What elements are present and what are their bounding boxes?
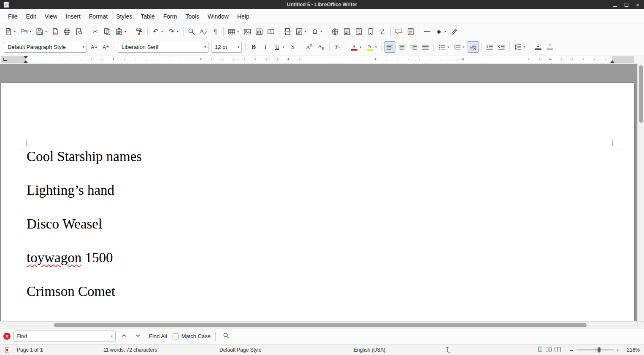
chevron-down-icon[interactable]: ▾ <box>204 45 206 49</box>
tab-stop-selector-icon[interactable] <box>3 58 7 61</box>
menu-window[interactable]: Window <box>203 11 233 22</box>
line-spacing-button[interactable]: ▾ <box>512 41 527 53</box>
font-name-combobox[interactable]: Liberation Serif▾ <box>118 42 208 53</box>
no-list-button[interactable] <box>468 41 479 53</box>
close-button[interactable]: × <box>635 1 641 8</box>
find-next-button[interactable] <box>133 332 143 341</box>
find-input[interactable] <box>16 333 109 339</box>
insert-image-button[interactable] <box>242 26 253 37</box>
zoom-slider-thumb[interactable] <box>598 347 601 352</box>
ruler[interactable]: 123456 <box>1 56 634 63</box>
undo-dropdown-icon[interactable]: ▾ <box>160 30 164 33</box>
insert-table-dropdown-icon[interactable]: ▾ <box>236 30 240 33</box>
print-button[interactable] <box>62 26 73 37</box>
formatting-marks-button[interactable]: ¶ <box>210 26 221 37</box>
bookmark-button[interactable] <box>365 26 376 37</box>
menu-format[interactable]: Format <box>85 11 112 22</box>
match-case-checkbox[interactable] <box>173 333 179 339</box>
menu-help[interactable]: Help <box>233 11 254 22</box>
insert-comment-button[interactable] <box>393 26 404 37</box>
misspelled-word[interactable]: toywagon <box>27 250 81 265</box>
zoom-slider[interactable] <box>576 347 614 353</box>
new-document-button[interactable]: ▾ <box>3 26 18 37</box>
multi-page-view-button[interactable] <box>545 346 552 353</box>
paragraph[interactable]: Crimson Comet <box>27 282 609 301</box>
find-all-button[interactable]: Find All <box>146 331 170 341</box>
chevron-down-icon[interactable]: ▾ <box>238 45 239 49</box>
new-document-dropdown-icon[interactable]: ▾ <box>13 30 16 33</box>
page-style[interactable]: Default Page Style <box>219 347 261 353</box>
horizontal-scrollbar[interactable] <box>0 321 644 328</box>
decrease-indent-button[interactable] <box>496 41 507 53</box>
insert-endnote-button[interactable] <box>353 26 364 37</box>
basic-shapes-button[interactable]: ◆▾ <box>433 26 448 37</box>
redo-dropdown-icon[interactable]: ▾ <box>176 30 179 33</box>
left-indent-marker[interactable] <box>24 60 28 63</box>
align-right-button[interactable] <box>408 41 419 53</box>
clear-formatting-button[interactable]: T× <box>332 41 343 53</box>
save-button[interactable]: ▾ <box>34 26 49 37</box>
menu-edit[interactable]: Edit <box>22 11 41 22</box>
insert-mode-icon[interactable] <box>444 347 451 353</box>
copy-button[interactable] <box>102 26 113 37</box>
insert-line-button[interactable] <box>422 26 433 37</box>
text-language[interactable]: English (USA) <box>354 347 385 353</box>
zoom-in-button[interactable]: + <box>616 347 620 353</box>
find-previous-button[interactable] <box>119 332 130 341</box>
superscript-button[interactable]: AB <box>304 41 315 53</box>
zoom-level[interactable]: 216% <box>627 347 640 353</box>
insert-table-button[interactable]: ▾ <box>226 26 241 37</box>
numbered-list-dropdown-icon[interactable]: ▾ <box>462 46 465 49</box>
page-break-button[interactable] <box>282 26 293 37</box>
redo-button[interactable]: ↷▾ <box>166 26 181 37</box>
new-style-button[interactable]: A <box>100 41 111 53</box>
bullet-list-button[interactable]: ▾ <box>436 41 451 53</box>
paragraph[interactable]: Cool Starship names <box>27 147 609 167</box>
draw-functions-button[interactable] <box>449 26 460 37</box>
underline-button[interactable]: U▾ <box>272 41 287 53</box>
highlight-color-dropdown-icon[interactable]: ▾ <box>374 46 378 49</box>
first-line-indent-marker[interactable] <box>24 56 28 59</box>
font-size-combobox[interactable]: 12 pt▾ <box>211 42 242 53</box>
cross-reference-button[interactable] <box>377 26 388 37</box>
page-count[interactable]: Page 1 of 1 <box>17 347 43 353</box>
basic-shapes-dropdown-icon[interactable]: ▾ <box>444 30 447 33</box>
align-left-button[interactable] <box>384 41 395 53</box>
menu-styles[interactable]: Styles <box>112 11 136 22</box>
menu-table[interactable]: Table <box>136 11 159 22</box>
text-flow[interactable]: Cool Starship namesLighting’s handDisco … <box>27 147 609 315</box>
numbered-list-button[interactable]: 123▾ <box>452 41 467 53</box>
increase-indent-button[interactable] <box>484 41 495 53</box>
subscript-button[interactable]: AB <box>316 41 327 53</box>
vertical-scrollbar[interactable] <box>637 64 644 321</box>
hyperlink-button[interactable] <box>330 26 341 37</box>
bullet-list-dropdown-icon[interactable]: ▾ <box>446 46 450 49</box>
book-view-button[interactable] <box>554 346 561 353</box>
find-and-replace-button[interactable] <box>220 331 232 341</box>
align-center-button[interactable] <box>396 41 407 53</box>
clone-formatting-button[interactable] <box>134 26 145 37</box>
vertical-scrollbar-thumb[interactable] <box>639 65 643 123</box>
special-character-button[interactable]: Ω▾ <box>309 26 324 37</box>
word-count[interactable]: 11 words, 72 characters <box>103 347 157 353</box>
maximize-button[interactable] <box>623 1 629 8</box>
horizontal-scrollbar-thumb[interactable] <box>54 323 587 327</box>
undo-button[interactable]: ↶▾ <box>150 26 165 37</box>
decrease-paragraph-spacing-button[interactable] <box>544 41 555 53</box>
underline-dropdown-icon[interactable]: ▾ <box>282 46 285 49</box>
paragraph[interactable]: Lighting’s hand <box>27 180 609 200</box>
insert-footnote-button[interactable] <box>341 26 352 37</box>
menu-insert[interactable]: Insert <box>62 11 85 22</box>
menu-view[interactable]: View <box>41 11 62 22</box>
minimize-button[interactable] <box>612 1 618 8</box>
insert-field-button[interactable]: ▾ <box>294 26 308 37</box>
justify-button[interactable] <box>420 41 431 53</box>
strikethrough-button[interactable]: S <box>287 41 298 53</box>
match-case-label[interactable]: Match Case <box>181 333 211 339</box>
menu-form[interactable]: Form <box>159 11 181 22</box>
find-replace-button[interactable] <box>186 26 197 37</box>
save-dropdown-icon[interactable]: ▾ <box>44 30 48 33</box>
document-viewport[interactable]: Cool Starship namesLighting’s handDisco … <box>0 64 637 321</box>
insert-field-dropdown-icon[interactable]: ▾ <box>304 30 307 33</box>
spelling-button[interactable]: A <box>198 26 209 37</box>
